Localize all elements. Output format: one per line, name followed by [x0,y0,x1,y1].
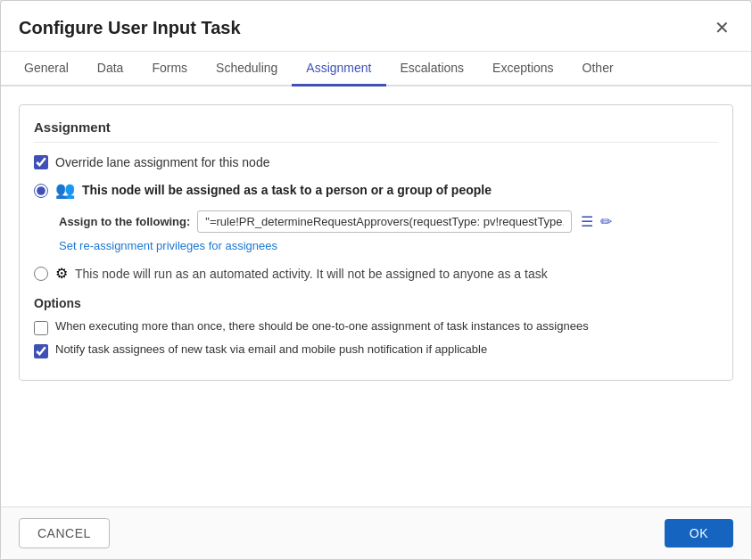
dialog-body: Assignment Override lane assignment for … [1,86,751,506]
section-title: Assignment [34,119,718,143]
option1-row: When executing more than once, there sho… [34,319,718,335]
tab-bar: General Data Forms Scheduling Assignment… [1,52,751,86]
close-button[interactable]: ✕ [711,15,733,40]
options-title: Options [34,296,718,310]
override-checkbox[interactable] [34,155,48,169]
assign-label: Assign to the following: [59,215,190,228]
radio-person-label: This node will be assigned as a task to … [82,183,492,197]
ok-button[interactable]: OK [665,519,733,548]
option2-label: Notify task assignees of new task via em… [55,342,487,356]
tab-escalations[interactable]: Escalations [386,52,479,86]
configure-dialog: Configure User Input Task ✕ General Data… [0,0,752,560]
tab-exceptions[interactable]: Exceptions [478,52,567,86]
list-icon-button[interactable]: ☰ [579,211,595,232]
tab-scheduling[interactable]: Scheduling [202,52,292,86]
tab-other[interactable]: Other [568,52,628,86]
option1-label: When executing more than once, there sho… [55,319,589,333]
assign-input[interactable] [197,210,572,233]
options-section: Options When executing more than once, t… [34,296,718,358]
radio-automated-option: ⚙ This node will run as an automated act… [34,265,718,282]
option2-checkbox[interactable] [34,344,48,358]
tab-data[interactable]: Data [83,52,138,86]
radio-person[interactable] [34,184,48,198]
override-label: Override lane assignment for this node [55,155,269,169]
gear-icon: ⚙ [55,265,68,282]
cancel-button[interactable]: CANCEL [19,518,110,548]
reassign-link-row: Set re-assignment privileges for assigne… [59,238,718,252]
assign-row: Assign to the following: ☰ ✏ [59,210,718,233]
option1-checkbox[interactable] [34,321,48,335]
reassign-link[interactable]: Set re-assignment privileges for assigne… [59,239,277,252]
assign-icon-group: ☰ ✏ [579,211,614,232]
tab-general[interactable]: General [10,52,83,86]
dialog-header: Configure User Input Task ✕ [1,1,751,52]
edit-icon-button[interactable]: ✏ [599,211,614,232]
dialog-title: Configure User Input Task [19,18,241,38]
radio-automated-label: This node will run as an automated activ… [75,267,548,281]
option2-row: Notify task assignees of new task via em… [34,342,718,358]
override-row: Override lane assignment for this node [34,155,718,169]
assignment-section: Assignment Override lane assignment for … [19,104,733,381]
radio-person-option: 👥 This node will be assigned as a task t… [34,180,718,200]
tab-assignment[interactable]: Assignment [292,52,385,86]
radio-automated[interactable] [34,267,48,281]
dialog-footer: CANCEL OK [1,506,751,559]
people-icon: 👥 [55,180,75,200]
tab-forms[interactable]: Forms [137,52,202,86]
